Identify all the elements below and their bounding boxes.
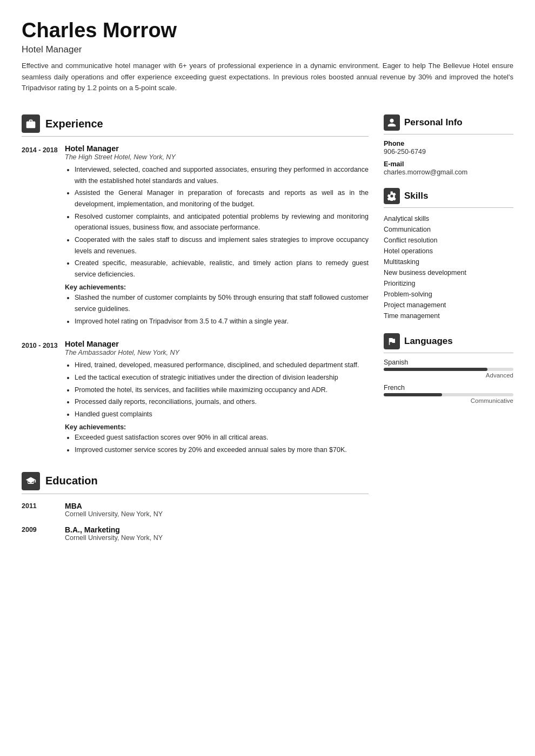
- edu-school: Cornell University, New York, NY: [65, 534, 163, 542]
- skill-item: Prioritizing: [384, 278, 513, 289]
- achievements-label: Key achievements:: [65, 284, 369, 291]
- skills-title: Skills: [404, 191, 428, 201]
- candidate-title: Hotel Manager: [22, 44, 513, 55]
- achievement-item: Improved hotel rating on Tripadvisor fro…: [75, 316, 369, 327]
- languages-icon: [384, 333, 400, 349]
- language-name: French: [384, 384, 513, 392]
- language-level: Advanced: [384, 372, 513, 379]
- phone-value: 906-250-6749: [384, 148, 513, 156]
- personal-info-icon: [384, 114, 400, 131]
- achievement-item: Slashed the number of customer complaint…: [75, 292, 369, 314]
- skills-gear-icon: [387, 191, 397, 201]
- education-list: 2011MBACornell University, New York, NY2…: [22, 502, 369, 542]
- skill-item: Conflict resolution: [384, 235, 513, 246]
- education-item: 2011MBACornell University, New York, NY: [22, 502, 369, 518]
- language-bar-fill: [384, 368, 487, 371]
- education-icon: [22, 472, 40, 490]
- edu-school: Cornell University, New York, NY: [65, 510, 163, 518]
- exp-company: The High Street Hotel, New York, NY: [65, 153, 369, 161]
- experience-title: Experience: [45, 118, 103, 130]
- skills-section-header: Skills: [384, 188, 513, 204]
- briefcase-icon: [25, 118, 36, 129]
- left-column: Experience 2014 - 2018Hotel ManagerThe H…: [22, 114, 369, 557]
- graduation-icon: [25, 476, 36, 487]
- edu-year: 2011: [22, 502, 65, 518]
- experience-section: Experience 2014 - 2018Hotel ManagerThe H…: [22, 114, 369, 457]
- email-value: charles.morrow@gmail.com: [384, 168, 513, 176]
- exp-bullet: Assisted the General Manager in preparat…: [75, 187, 369, 210]
- personal-info-header: Personal Info: [384, 114, 513, 131]
- experience-list: 2014 - 2018Hotel ManagerThe High Street …: [22, 144, 369, 457]
- achievement-item: Exceeded guest satisfaction scores over …: [75, 432, 369, 443]
- experience-section-header: Experience: [22, 114, 369, 133]
- person-icon: [387, 118, 397, 127]
- exp-title: Hotel Manager: [65, 144, 369, 153]
- experience-icon: [22, 114, 40, 133]
- edu-degree: B.A., Marketing: [65, 525, 163, 534]
- education-section-header: Education: [22, 472, 369, 490]
- exp-bullet: Interviewed, selected, coached and suppo…: [75, 164, 369, 186]
- achievements-list: Exceeded guest satisfaction scores over …: [65, 432, 369, 455]
- exp-dates: 2014 - 2018: [22, 144, 65, 328]
- exp-content: Hotel ManagerThe High Street Hotel, New …: [65, 144, 369, 328]
- achievements-list: Slashed the number of customer complaint…: [65, 292, 369, 327]
- edu-degree: MBA: [65, 502, 163, 510]
- skills-section: Skills Analytical skillsCommunicationCon…: [384, 188, 513, 321]
- personal-info-divider: [384, 134, 513, 134]
- skills-list: Analytical skillsCommunicationConflict r…: [384, 213, 513, 321]
- email-label: E-mail: [384, 160, 513, 168]
- exp-bullet: Hired, trained, developed, measured perf…: [75, 360, 369, 371]
- education-divider: [22, 494, 369, 494]
- skills-icon: [384, 188, 400, 204]
- skill-item: New business development: [384, 267, 513, 278]
- personal-info-section: Personal Info Phone 906-250-6749 E-mail …: [384, 114, 513, 176]
- languages-title: Languages: [404, 336, 453, 347]
- experience-divider: [22, 136, 369, 137]
- skill-item: Project management: [384, 300, 513, 310]
- exp-bullet: Created specific, measurable, achievable…: [75, 258, 369, 280]
- exp-content: Hotel ManagerThe Ambassador Hotel, New Y…: [65, 340, 369, 456]
- skill-item: Analytical skills: [384, 213, 513, 224]
- language-item: FrenchCommunicative: [384, 384, 513, 404]
- achievements-label: Key achievements:: [65, 423, 369, 431]
- languages-section-header: Languages: [384, 333, 513, 349]
- exp-bullets: Interviewed, selected, coached and suppo…: [65, 164, 369, 280]
- skill-item: Multitasking: [384, 256, 513, 267]
- flag-icon: [387, 336, 397, 346]
- skills-divider: [384, 207, 513, 208]
- exp-title: Hotel Manager: [65, 340, 369, 348]
- edu-year: 2009: [22, 525, 65, 542]
- summary-text: Effective and communicative hotel manage…: [22, 60, 513, 94]
- language-level: Communicative: [384, 397, 513, 404]
- edu-content: B.A., MarketingCornell University, New Y…: [65, 525, 163, 542]
- language-bar-background: [384, 393, 513, 396]
- language-bar-background: [384, 368, 513, 371]
- exp-company: The Ambassador Hotel, New York, NY: [65, 349, 369, 356]
- language-name: Spanish: [384, 359, 513, 366]
- language-item: SpanishAdvanced: [384, 359, 513, 379]
- languages-section: Languages SpanishAdvancedFrenchCommunica…: [384, 333, 513, 404]
- exp-bullet: Resolved customer complaints, and antici…: [75, 211, 369, 233]
- exp-bullet: Handled guest complaints: [75, 409, 369, 420]
- education-title: Education: [45, 475, 98, 487]
- phone-label: Phone: [384, 140, 513, 147]
- exp-bullet: Led the tactical execution of strategic …: [75, 372, 369, 383]
- education-section: Education 2011MBACornell University, New…: [22, 472, 369, 542]
- achievement-item: Improved customer service scores by 20% …: [75, 444, 369, 456]
- resume-header: Charles Morrow Hotel Manager Effective a…: [22, 19, 513, 106]
- exp-bullet: Promoted the hotel, its services, and fa…: [75, 384, 369, 396]
- language-bar-fill: [384, 393, 442, 396]
- skill-item: Problem-solving: [384, 289, 513, 300]
- main-layout: Experience 2014 - 2018Hotel ManagerThe H…: [22, 114, 513, 557]
- personal-info-title: Personal Info: [404, 117, 463, 128]
- education-item: 2009B.A., MarketingCornell University, N…: [22, 525, 369, 542]
- skill-item: Hotel operations: [384, 246, 513, 256]
- exp-bullets: Hired, trained, developed, measured perf…: [65, 360, 369, 420]
- exp-bullet: Processed daily reports, reconciliations…: [75, 396, 369, 408]
- skill-item: Time management: [384, 310, 513, 321]
- candidate-name: Charles Morrow: [22, 19, 513, 42]
- experience-item: 2014 - 2018Hotel ManagerThe High Street …: [22, 144, 369, 328]
- right-column: Personal Info Phone 906-250-6749 E-mail …: [384, 114, 513, 557]
- languages-divider: [384, 353, 513, 353]
- experience-item: 2010 - 2013Hotel ManagerThe Ambassador H…: [22, 340, 369, 456]
